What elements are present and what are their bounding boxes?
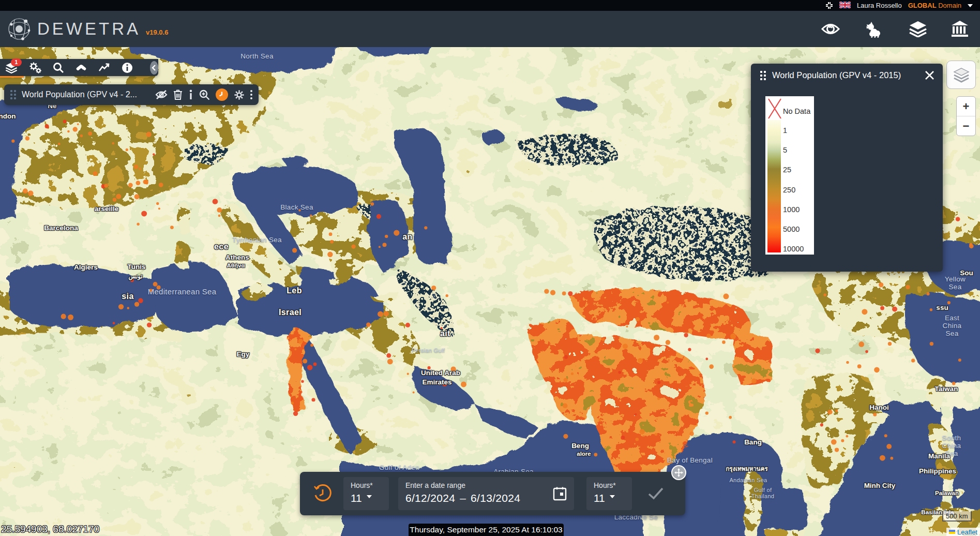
legend-tick: 5 <box>783 146 787 154</box>
brand[interactable]: DEWETRA v19.0.6 <box>37 19 168 39</box>
legend-color-ramp <box>767 120 781 252</box>
move-panel-handle-icon[interactable] <box>671 465 686 480</box>
layer-info-icon[interactable] <box>188 90 193 100</box>
info-tool[interactable] <box>122 62 133 73</box>
user-name[interactable]: Laura Rossello <box>857 2 902 9</box>
date-range-label: Enter a date range <box>405 481 568 489</box>
map-scale: 500 km <box>942 511 972 522</box>
map-attribution: Leaflet <box>946 528 980 536</box>
apps-icon[interactable] <box>825 2 833 9</box>
zoom-to-layer-icon[interactable] <box>199 90 210 100</box>
layer-more-options-icon[interactable] <box>250 90 252 99</box>
close-panel-icon[interactable] <box>925 70 934 80</box>
no-data-label: No Data <box>783 107 810 115</box>
chevron-down-icon[interactable] <box>367 495 372 498</box>
time-navigation-panel: Hours* 11 Enter a date range 6/12/2024 –… <box>300 472 685 515</box>
legend-panel-title: World Population (GPV v4 - 2015) <box>772 70 918 80</box>
layers-count-badge: 1 <box>11 58 22 66</box>
chevron-down-icon[interactable] <box>968 4 973 7</box>
map-toolbar: 1 <box>0 59 158 76</box>
search-tool[interactable] <box>53 62 64 73</box>
active-layer-bar[interactable]: World Population (GPV v4 - 2... <box>4 84 259 105</box>
weather-forecast-icon[interactable] <box>864 20 885 38</box>
zoom-in-button[interactable]: + <box>957 97 975 116</box>
layer-title: World Population (GPV v4 - 2... <box>22 90 149 99</box>
active-tool-indicator <box>0 76 24 78</box>
legend-tick: 25 <box>783 166 791 174</box>
observations-eye-icon[interactable] <box>821 22 840 36</box>
layers-icon[interactable] <box>909 21 927 37</box>
legend-tick: 10000 <box>783 245 804 253</box>
top-bar: Laura Rossello GLOBAL Domain <box>0 0 980 11</box>
app-version: v19.0.6 <box>146 28 168 36</box>
language-flag-icon[interactable] <box>839 2 851 10</box>
time-history-icon[interactable] <box>313 484 332 503</box>
layers-tool[interactable]: 1 <box>5 62 18 73</box>
panel-drag-handle-icon[interactable] <box>760 71 766 80</box>
delete-layer-trash-icon[interactable] <box>173 90 183 100</box>
zoom-control: + − <box>956 96 976 136</box>
legend-tick: 1000 <box>783 205 800 214</box>
layer-settings-gear-icon[interactable] <box>234 90 245 100</box>
date-range-end[interactable]: 6/13/2024 <box>471 492 520 504</box>
hours-before-select[interactable]: Hours* 11 <box>343 477 389 510</box>
hours-before-label: Hours* <box>351 481 383 489</box>
date-range-field[interactable]: Enter a date range 6/12/2024 – 6/13/2024 <box>398 477 574 510</box>
cursor-coordinates: 25.594903, 68.027170 <box>1 524 99 535</box>
legend-tick-labels: 15252501000500010000 <box>783 120 812 252</box>
zoom-out-button[interactable]: − <box>957 116 975 136</box>
date-range-separator: – <box>460 492 466 504</box>
basemap-layers-button[interactable] <box>946 61 976 89</box>
hours-after-label: Hours* <box>594 481 626 489</box>
calendar-icon[interactable] <box>553 486 567 501</box>
dewetra-app: North SeaBlack SeaTyrrhenian SeaMediterr… <box>0 0 980 536</box>
collapse-toolbar-button[interactable] <box>150 61 158 75</box>
legend-colorbar: No Data 15252501000500010000 <box>765 96 814 255</box>
legend-panel[interactable]: World Population (GPV v4 - 2015) No Data… <box>751 64 943 272</box>
chart-tool[interactable] <box>98 62 111 73</box>
current-datetime: Thursday, September 25, 2025 At 16:10:03 <box>410 525 562 534</box>
drag-handle-icon[interactable] <box>10 90 16 99</box>
leaflet-flag-icon <box>949 530 955 534</box>
app-header: DEWETRA v19.0.6 <box>0 11 980 47</box>
date-range-start[interactable]: 6/12/2024 <box>405 492 455 504</box>
legend-tick: 5000 <box>783 225 800 233</box>
settings-gears-tool[interactable] <box>28 62 42 74</box>
apply-time-check-icon[interactable] <box>647 487 664 500</box>
attribution-link[interactable]: Leaflet <box>957 528 977 536</box>
hours-after-value: 11 <box>594 492 605 504</box>
app-name: DEWETRA <box>37 19 141 39</box>
institution-bank-icon[interactable] <box>951 21 969 37</box>
domain-selector[interactable]: GLOBAL Domain <box>908 2 961 9</box>
hide-layer-eye-off-icon[interactable] <box>155 90 168 100</box>
dewetra-logo-icon[interactable] <box>5 15 33 43</box>
chevron-down-icon[interactable] <box>610 495 615 498</box>
hours-before-value: 11 <box>351 492 362 504</box>
no-data-x-icon <box>766 97 783 120</box>
current-datetime-bar: Thursday, September 25, 2025 At 16:10:03 <box>409 524 564 536</box>
hours-after-select[interactable]: Hours* 11 <box>586 477 632 510</box>
legend-tick: 1 <box>783 126 787 135</box>
legend-tick: 250 <box>783 186 795 194</box>
layer-time-clock-icon[interactable] <box>216 88 228 101</box>
satellite-tool[interactable] <box>75 62 87 74</box>
